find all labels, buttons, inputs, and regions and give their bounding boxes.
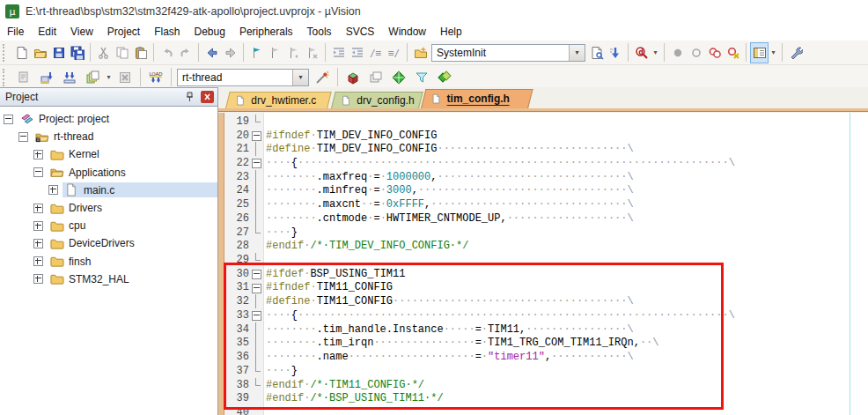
download-icon[interactable]: LOAD xyxy=(144,66,167,89)
tree-item-main-c[interactable]: main.c xyxy=(0,182,217,199)
expand-icon[interactable] xyxy=(33,239,43,248)
cut-icon[interactable] xyxy=(94,41,113,64)
fold-collapse-icon[interactable] xyxy=(249,129,264,143)
clear-bookmarks-icon[interactable] xyxy=(303,41,321,64)
multi-project-icon[interactable] xyxy=(364,66,387,89)
tree-item-stm32-hal[interactable]: STM32_HAL xyxy=(0,270,217,288)
expand-icon[interactable] xyxy=(33,150,43,159)
tab-drv-config-h[interactable]: drv_config.h xyxy=(331,92,423,108)
tree-item-project-project[interactable]: Project: project xyxy=(0,110,217,128)
fold-collapse-icon[interactable] xyxy=(249,308,264,322)
copy-icon[interactable] xyxy=(113,41,131,64)
translate-icon[interactable] xyxy=(12,66,35,89)
next-bookmark-icon[interactable] xyxy=(284,41,303,64)
tree-item-devicedrivers[interactable]: DeviceDrivers xyxy=(0,234,217,252)
code-text: ········.tim_irqn················=·TIM1_… xyxy=(264,337,659,349)
window-layout-icon[interactable] xyxy=(750,42,769,63)
pin-icon[interactable] xyxy=(184,91,195,103)
manage-rte-icon[interactable] xyxy=(387,66,410,89)
close-panel-button[interactable] xyxy=(201,91,214,103)
select-packs-icon[interactable] xyxy=(410,66,433,89)
menu-project[interactable]: Project xyxy=(100,24,147,40)
collapse-icon[interactable] xyxy=(18,132,28,142)
line-number: 30 xyxy=(224,268,249,280)
line-number: 24 xyxy=(224,184,249,196)
menu-peripherals[interactable]: Peripherals xyxy=(232,24,300,40)
toggle-bookmark-icon[interactable] xyxy=(247,41,266,64)
search-combo[interactable]: SystemInit▾ xyxy=(431,44,585,62)
uncomment-icon[interactable]: ≡/ xyxy=(385,41,403,64)
build-icon[interactable] xyxy=(35,66,58,89)
target-options-icon[interactable] xyxy=(311,66,334,89)
insert-breakpoint-icon[interactable] xyxy=(668,41,687,64)
paste-icon[interactable] xyxy=(131,41,150,64)
menu-svcs[interactable]: SVCS xyxy=(339,24,382,40)
fold-collapse-icon[interactable] xyxy=(249,267,264,281)
configure-icon[interactable] xyxy=(786,41,805,64)
collapse-icon[interactable] xyxy=(4,115,13,124)
tab-tim-config-h[interactable]: tim_config.h xyxy=(421,89,533,108)
tree-item-drivers[interactable]: Drivers xyxy=(0,199,217,217)
stop-build-icon[interactable] xyxy=(114,66,136,89)
prev-bookmark-icon[interactable] xyxy=(266,41,284,64)
dropdown-caret-icon[interactable]: ▾ xyxy=(104,73,114,81)
rebuild-icon[interactable] xyxy=(58,66,81,89)
redo-icon[interactable] xyxy=(176,41,195,64)
target-combo-dropdown-icon[interactable]: ▾ xyxy=(292,70,308,85)
tree-item-content: Kernel xyxy=(48,147,217,162)
tree-item-cpu[interactable]: cpu xyxy=(0,217,217,234)
tree-item-kernel[interactable]: Kernel xyxy=(0,145,217,163)
tree-item-label: STM32_HAL xyxy=(69,273,129,285)
tab-label: drv_hwtimer.c xyxy=(251,94,316,107)
dropdown-caret-icon[interactable]: ▾ xyxy=(769,48,778,56)
code-text: ····{···································… xyxy=(264,157,735,169)
menu-edit[interactable]: Edit xyxy=(31,24,63,40)
outdent-icon[interactable] xyxy=(348,41,366,64)
find-text-icon[interactable]: d xyxy=(632,41,651,64)
manage-project-items-icon[interactable] xyxy=(342,66,364,89)
line-number: 21 xyxy=(224,143,249,155)
expand-icon[interactable] xyxy=(48,185,58,195)
collapse-icon[interactable] xyxy=(33,167,43,177)
disable-all-breakpoints-icon[interactable] xyxy=(705,41,724,64)
fold-collapse-icon[interactable] xyxy=(249,156,264,170)
target-combo[interactable]: rt-thread▾ xyxy=(177,69,309,86)
search-combo-dropdown-icon[interactable]: ▾ xyxy=(569,45,585,61)
toggle-comment-icon[interactable]: /≡ xyxy=(366,41,385,64)
indent-icon[interactable] xyxy=(329,41,348,64)
expand-icon[interactable] xyxy=(33,256,43,266)
dropdown-caret-icon[interactable]: ▾ xyxy=(651,48,660,56)
tree-item-finsh[interactable]: finsh xyxy=(0,253,217,270)
menu-window[interactable]: Window xyxy=(381,24,433,40)
find-in-files-icon[interactable] xyxy=(411,41,430,64)
tab-drv-hwtimer-c[interactable]: drv_hwtimer.c xyxy=(225,92,332,108)
menu-flash[interactable]: Flash xyxy=(147,24,187,40)
line-number: 25 xyxy=(224,198,249,211)
menu-file[interactable]: File xyxy=(0,24,31,40)
navigate-forward-icon[interactable] xyxy=(221,41,239,64)
expand-icon[interactable] xyxy=(33,204,43,213)
fold-collapse-icon[interactable] xyxy=(249,281,264,295)
find-in-files-results-icon[interactable] xyxy=(587,41,606,64)
menu-help[interactable]: Help xyxy=(433,24,469,40)
goto-definition-icon[interactable] xyxy=(606,41,624,64)
code-editor[interactable]: 1920#ifndef·TIM_DEV_INFO_CONFIG21#define… xyxy=(224,115,868,415)
tree-item-applications[interactable]: Applications xyxy=(0,164,217,182)
menu-tools[interactable]: Tools xyxy=(300,24,339,40)
open-folder-icon[interactable] xyxy=(31,41,49,64)
tree-item-rt-thread[interactable]: rt-thread xyxy=(0,128,217,145)
menu-debug[interactable]: Debug xyxy=(188,24,232,40)
undo-icon[interactable] xyxy=(158,41,176,64)
new-file-icon[interactable] xyxy=(12,41,31,64)
navigate-back-icon[interactable] xyxy=(202,41,221,64)
save-icon[interactable] xyxy=(49,41,68,64)
pack-installer-icon[interactable] xyxy=(433,66,456,89)
batch-build-icon[interactable] xyxy=(81,66,104,89)
kill-all-breakpoints-icon[interactable] xyxy=(724,41,742,64)
menu-view[interactable]: View xyxy=(63,24,100,40)
enable-breakpoint-icon[interactable] xyxy=(687,41,705,64)
expand-icon[interactable] xyxy=(33,274,43,284)
tree-item-content: cpu xyxy=(48,219,217,233)
expand-icon[interactable] xyxy=(33,221,43,231)
save-all-icon[interactable] xyxy=(68,41,86,64)
